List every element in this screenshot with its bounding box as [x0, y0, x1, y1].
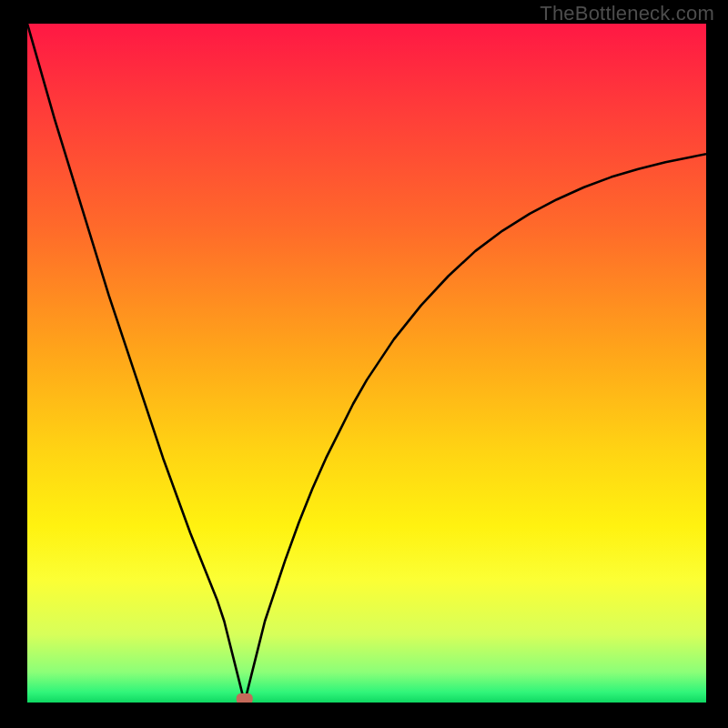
- watermark-text: TheBottleneck.com: [540, 2, 714, 25]
- plot-area: [27, 24, 706, 703]
- chart-svg: [27, 24, 706, 703]
- chart-frame: TheBottleneck.com: [0, 0, 728, 728]
- minimum-marker: [237, 693, 253, 703]
- gradient-background: [27, 24, 706, 703]
